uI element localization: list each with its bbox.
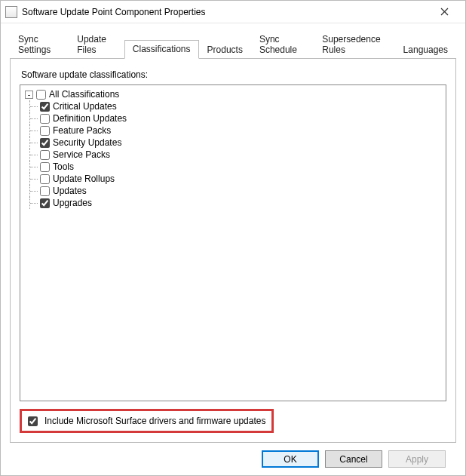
tree-indent bbox=[29, 137, 40, 149]
tree-label: Update Rollups bbox=[52, 173, 115, 185]
tree-indent bbox=[29, 149, 40, 161]
tree-indent bbox=[29, 197, 40, 209]
tree-node-upgrades[interactable]: Upgrades bbox=[25, 197, 441, 209]
titlebar: Software Update Point Component Properti… bbox=[1, 1, 465, 23]
tree-node-update-rollups[interactable]: Update Rollups bbox=[25, 173, 441, 185]
ok-button[interactable]: OK bbox=[262, 450, 319, 468]
tree-checkbox-critical-updates[interactable] bbox=[40, 102, 50, 112]
tree-indent bbox=[29, 100, 40, 112]
app-icon bbox=[5, 6, 17, 18]
tree-checkbox-security-updates[interactable] bbox=[40, 138, 50, 148]
tree-checkbox-upgrades[interactable] bbox=[40, 198, 50, 208]
tree-label: Tools bbox=[52, 161, 74, 173]
tree-checkbox-service-packs[interactable] bbox=[40, 150, 50, 160]
classifications-tree[interactable]: -All ClassificationsCritical UpdatesDefi… bbox=[20, 84, 446, 401]
client-area: Sync SettingsUpdate FilesClassifications… bbox=[1, 23, 465, 475]
tree-checkbox-updates[interactable] bbox=[40, 186, 50, 196]
tab-sync-schedule[interactable]: Sync Schedule bbox=[251, 30, 314, 59]
tabstrip: Sync SettingsUpdate FilesClassifications… bbox=[10, 29, 456, 59]
tree-node-critical-updates[interactable]: Critical Updates bbox=[25, 100, 441, 112]
tree-checkbox-update-rollups[interactable] bbox=[40, 174, 50, 184]
close-button[interactable] bbox=[429, 2, 459, 23]
tree-checkbox-tools[interactable] bbox=[40, 162, 50, 172]
tree-expander[interactable]: - bbox=[25, 91, 33, 99]
close-icon bbox=[440, 8, 449, 16]
tree-node-definition-updates[interactable]: Definition Updates bbox=[25, 112, 441, 124]
tree-label: Critical Updates bbox=[52, 100, 117, 112]
dialog-buttons: OK Cancel Apply bbox=[10, 443, 456, 468]
tab-products[interactable]: Products bbox=[199, 41, 251, 59]
tree-label: Upgrades bbox=[52, 197, 92, 209]
tab-body-classifications: Software update classifications: -All Cl… bbox=[10, 59, 456, 443]
tree-node-updates[interactable]: Updates bbox=[25, 185, 441, 197]
tab-update-files[interactable]: Update Files bbox=[69, 30, 124, 59]
include-surface-checkbox[interactable] bbox=[28, 416, 38, 426]
tree-checkbox-all-classifications[interactable] bbox=[36, 90, 46, 100]
tree-checkbox-feature-packs[interactable] bbox=[40, 126, 50, 136]
tree-node-security-updates[interactable]: Security Updates bbox=[25, 137, 441, 149]
tab-sync-settings[interactable]: Sync Settings bbox=[10, 30, 69, 59]
tree-node-service-packs[interactable]: Service Packs bbox=[25, 149, 441, 161]
tree-label: Service Packs bbox=[52, 149, 110, 161]
include-surface-label: Include Microsoft Surface drivers and fi… bbox=[44, 416, 265, 426]
section-label: Software update classifications: bbox=[21, 69, 446, 80]
tree-label: Definition Updates bbox=[52, 112, 127, 124]
cancel-button[interactable]: Cancel bbox=[325, 450, 382, 468]
tree-label: Security Updates bbox=[52, 137, 121, 149]
window-title: Software Update Point Component Properti… bbox=[22, 7, 205, 17]
titlebar-left: Software Update Point Component Properti… bbox=[5, 6, 205, 18]
tree-label: Feature Packs bbox=[52, 124, 111, 137]
include-surface-option[interactable]: Include Microsoft Surface drivers and fi… bbox=[20, 409, 274, 433]
tree-node-all-classifications[interactable]: -All Classifications bbox=[25, 88, 441, 100]
tree-indent bbox=[29, 161, 40, 173]
tree-node-feature-packs[interactable]: Feature Packs bbox=[25, 124, 441, 137]
tree-indent bbox=[29, 112, 40, 124]
tree-label: All Classifications bbox=[48, 88, 119, 100]
tree-indent bbox=[29, 173, 40, 185]
tree-indent bbox=[29, 124, 40, 137]
tree-indent bbox=[29, 185, 40, 197]
apply-button[interactable]: Apply bbox=[388, 450, 446, 468]
tab-supersedence-rules[interactable]: Supersedence Rules bbox=[314, 30, 394, 59]
dialog-window: Software Update Point Component Properti… bbox=[0, 0, 466, 476]
tab-classifications[interactable]: Classifications bbox=[124, 40, 199, 59]
tree-node-tools[interactable]: Tools bbox=[25, 161, 441, 173]
tree-checkbox-definition-updates[interactable] bbox=[40, 114, 50, 124]
tree-label: Updates bbox=[52, 185, 87, 197]
tab-languages[interactable]: Languages bbox=[395, 41, 456, 59]
